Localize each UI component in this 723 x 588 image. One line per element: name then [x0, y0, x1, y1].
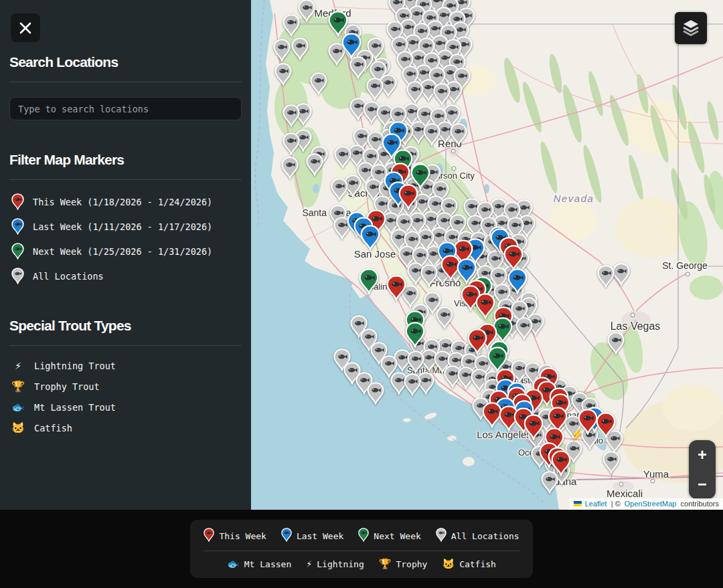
legend-trout-item[interactable]: 🐱Catfish [442, 558, 496, 570]
trout-type-item[interactable]: 🏆Trophy Trout [9, 376, 242, 397]
gray-pin-icon [11, 268, 24, 284]
trout-type-icon: 🐟 [11, 401, 25, 413]
legend-trout-item[interactable]: 🐟Mt Lassen [227, 558, 291, 570]
legend-item-green[interactable]: Next Week [358, 528, 420, 544]
trout-type-item[interactable]: 🐟Mt Lassen Trout [9, 397, 242, 417]
red-location-marker[interactable] [524, 414, 544, 440]
red-location-marker[interactable] [503, 245, 524, 271]
app-window: Search Locations Filter Map Markers This… [0, 0, 723, 588]
openstreetmap-link[interactable]: OpenStreetMap [625, 500, 677, 508]
gray-location-marker[interactable] [450, 123, 467, 146]
legend-item-red[interactable]: This Week [204, 528, 266, 544]
gray-location-marker[interactable] [367, 382, 384, 405]
gray-location-marker[interactable] [349, 56, 367, 79]
search-heading: Search Locations [9, 0, 242, 70]
red-location-marker[interactable] [475, 293, 495, 319]
legend-item-blue[interactable]: Last Week [281, 528, 343, 544]
legend-item-label: Lightning [317, 559, 364, 569]
trout-type-icon: 🏆 [11, 380, 25, 393]
gray-location-marker[interactable] [433, 83, 451, 106]
zoom-in-button[interactable]: + [689, 440, 716, 470]
gray-location-marker[interactable] [407, 351, 424, 373]
blue-location-marker[interactable] [341, 33, 362, 59]
gray-location-marker[interactable] [298, 0, 315, 22]
gray-location-marker[interactable] [331, 178, 348, 201]
blue-location-marker[interactable] [360, 225, 380, 251]
gray-location-marker[interactable] [420, 264, 438, 287]
legend-item-gray[interactable]: All Locations [436, 528, 519, 544]
town-dot [631, 313, 635, 318]
ukraine-flag-icon [574, 501, 582, 506]
search-input[interactable] [9, 97, 242, 120]
filter-item-label: This Week (1/18/2026 - 1/24/2026) [33, 197, 212, 207]
filter-item-label: Last Week (1/11/2026 - 1/17/2026) [33, 221, 212, 232]
town-dot [452, 167, 457, 171]
red-location-marker[interactable] [596, 412, 616, 438]
green-pin-icon [11, 243, 24, 260]
green-location-marker[interactable] [405, 322, 425, 348]
gray-location-marker[interactable] [423, 123, 440, 146]
gray-location-marker[interactable] [334, 146, 351, 169]
attribution-suffix: contributors [678, 500, 719, 508]
gray-location-marker[interactable] [613, 263, 630, 286]
gray-location-marker[interactable] [404, 373, 421, 396]
gray-location-marker[interactable] [436, 306, 453, 329]
gray-location-marker[interactable] [274, 63, 292, 86]
legend-item-label: Catfish [459, 559, 496, 569]
red-location-marker[interactable] [467, 328, 487, 355]
legend-trout-item[interactable]: ⚡Lightning [306, 558, 364, 570]
filter-item-label: Next Week (1/25/2026 - 1/31/2026) [33, 246, 212, 257]
gray-location-marker[interactable] [602, 451, 620, 474]
filter-heading: Filter Map Markers [9, 120, 242, 168]
zoom-out-button[interactable]: − [689, 470, 716, 499]
red-location-marker[interactable] [578, 409, 598, 435]
leaflet-link[interactable]: Leaflet [585, 500, 607, 508]
trout-type-icon: ⚡ [11, 359, 25, 372]
trout-legend-icon: 🐟 [227, 558, 240, 570]
gray-location-marker[interactable] [310, 72, 327, 95]
red-location-marker[interactable] [551, 450, 571, 476]
gray-location-marker[interactable] [306, 153, 323, 176]
gray-location-marker[interactable] [283, 132, 300, 155]
trout-heading: Special Trout Types [9, 288, 242, 334]
layers-icon [681, 18, 701, 38]
gray-location-marker[interactable] [283, 104, 300, 127]
red-location-marker[interactable] [398, 184, 418, 210]
red-pin-icon [204, 528, 214, 544]
town-dot [686, 272, 690, 277]
close-sidebar-button[interactable] [11, 13, 40, 42]
gray-location-marker[interactable] [597, 265, 615, 288]
blue-location-marker[interactable] [507, 268, 528, 294]
map-canvas[interactable]: MedfordRenoCarson CityNevadaSanta RosaSa… [251, 0, 723, 510]
close-icon [18, 21, 33, 35]
layers-control-button[interactable] [675, 12, 707, 44]
trout-legend-icon: 🏆 [379, 558, 392, 570]
gray-location-marker[interactable] [366, 78, 384, 100]
gray-location-marker[interactable] [406, 81, 424, 104]
gray-location-marker[interactable] [291, 37, 309, 60]
trout-type-label: Catfish [34, 423, 72, 433]
red-location-marker[interactable] [386, 275, 406, 301]
filter-item-red[interactable]: This Week (1/18/2026 - 1/24/2026) [9, 189, 242, 214]
red-pin-icon [11, 193, 24, 210]
town-dot [619, 482, 624, 487]
trout-type-item[interactable]: ⚡Lightning Trout [9, 355, 242, 376]
filter-item-green[interactable]: Next Week (1/25/2026 - 1/31/2026) [9, 239, 242, 264]
gray-location-marker[interactable] [607, 332, 625, 355]
gray-location-marker[interactable] [273, 39, 291, 62]
trout-type-label: Trophy Trout [34, 381, 100, 392]
gray-location-marker[interactable] [281, 157, 299, 179]
legend-trout-item[interactable]: 🏆Trophy [379, 558, 428, 570]
gray-location-marker[interactable] [283, 14, 300, 37]
zoom-control: + − [689, 440, 716, 499]
gray-location-marker[interactable] [515, 317, 533, 340]
green-location-marker[interactable] [359, 268, 379, 294]
map-label: Mexicali [607, 488, 643, 499]
trout-type-item[interactable]: 🐱Catfish [9, 417, 242, 438]
filter-item-blue[interactable]: Last Week (1/11/2026 - 1/17/2026) [9, 214, 242, 239]
town-dot [651, 479, 655, 484]
divider [9, 345, 242, 346]
filter-item-gray[interactable]: All Locations [9, 264, 242, 288]
map-label: Nevada [554, 193, 594, 204]
green-pin-icon [358, 528, 369, 544]
